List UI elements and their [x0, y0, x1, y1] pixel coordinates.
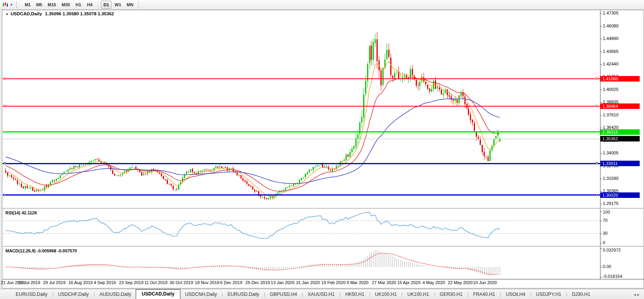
chart-symbol-label: USDCAD,Daily	[11, 11, 42, 16]
date-axis-label: 19 Feb 2020	[321, 280, 346, 285]
chart-tab-hk50-h1[interactable]: HK50,H1	[340, 290, 369, 299]
price-axis-border	[600, 10, 600, 279]
tabs-holder: EURUSD,Daily|USDCHF,Daily|AUDUSD,DailyUS…	[11, 289, 595, 299]
level-line-handle[interactable]	[4, 162, 6, 164]
rsi-axis-label: 0	[603, 240, 642, 245]
chart-tab-eurusd-daily[interactable]: EURUSD,Daily	[11, 290, 52, 299]
toolbar-grip[interactable]	[16, 2, 19, 8]
chart-menu-caret-icon[interactable]: ▼	[5, 13, 9, 16]
level-line-handle[interactable]	[4, 78, 6, 80]
rsi-axis-label: 70	[603, 218, 642, 223]
level-line-handle[interactable]	[4, 194, 6, 196]
timeframe-button-m1[interactable]: M1	[22, 1, 33, 9]
date-axis-label: 30 Oct 2019	[169, 280, 193, 285]
chart-tab-usdcnh-daily[interactable]: USDCNH,Daily	[180, 290, 222, 299]
level-line-handle[interactable]	[4, 131, 6, 133]
date-axis-label: 10 Jul 2019	[18, 280, 40, 285]
timeframe-button-h4[interactable]: H4	[84, 1, 95, 9]
chart-ohlc-values: 1.35096 1.35580 1.35078 1.35362	[45, 11, 114, 16]
chart-tab-dj30-h1[interactable]: DJ30,H1	[567, 290, 595, 299]
timeframe-button-m30[interactable]: M30	[59, 1, 72, 9]
date-axis-label: 11 Oct 2019	[144, 280, 167, 285]
level-line-handle[interactable]	[596, 78, 598, 80]
chart-tab-xauusd-h1[interactable]: XAUUSD,H1	[303, 290, 339, 299]
price-axis-label: 1.34005	[603, 150, 642, 155]
date-axis-border	[2, 279, 644, 279]
rsi-indicator-canvas[interactable]	[3, 209, 600, 246]
macd-indicator-label: MACD(12,26,9) -0.005968 -0.007570	[5, 248, 77, 253]
chart-tab-usdchf-daily[interactable]: USDCHF,Daily	[53, 290, 94, 299]
horizontal-level-line-1.38464[interactable]	[3, 106, 600, 107]
date-axis-label: 9 Mar 2020	[347, 280, 369, 285]
horizontal-level-line-1.36015[interactable]	[3, 131, 600, 132]
current-price-line	[3, 139, 600, 139]
date-axis-label: 22 May 2020	[448, 280, 473, 285]
price-axis-label: 1.29175	[603, 201, 642, 206]
chart-tab-eurusd-daily[interactable]: EURUSD,Daily	[223, 290, 264, 299]
price-axis-label: 1.42440	[603, 62, 642, 66]
chart-tab-ger30-h1[interactable]: GER30,H1	[435, 290, 467, 299]
date-axis-label: 16 Aug 2019	[68, 280, 93, 285]
chart-tab-uk100-h1[interactable]: UK100,H1	[403, 290, 434, 299]
chart-tab-usoil-h4[interactable]: USOil,H4	[501, 290, 530, 299]
date-axis-label: 15 Apr 2020	[397, 280, 420, 285]
date-axis-label: 23 Sep 2019	[119, 280, 143, 285]
toolbar-separator	[138, 1, 139, 8]
timeframe-button-h1[interactable]: H1	[73, 1, 84, 9]
chart-tab-uk100-h1[interactable]: UK100,H1	[370, 290, 401, 299]
price-chart-canvas[interactable]	[3, 10, 600, 208]
rsi-panel-separator[interactable]	[2, 208, 644, 209]
chart-tab-fra40-h1[interactable]: FRA40,H1	[468, 290, 500, 299]
price-level-badge: 1.38464	[600, 103, 640, 109]
chart-tab-audusd-daily[interactable]: AUDUSD,Daily	[95, 290, 136, 299]
timeframe-button-w1[interactable]: W1	[112, 1, 124, 9]
chart-tab-usdjpy-h1[interactable]: USDJPY,H1	[531, 290, 566, 299]
price-level-badge: 1.33011	[600, 161, 640, 166]
price-level-badge: 1.30020	[600, 192, 640, 198]
price-axis-label: 1.40025	[603, 87, 642, 92]
chart-type-icon[interactable]	[1, 1, 10, 8]
date-axis-label: 29 Jul 2019	[43, 280, 65, 285]
level-line-handle[interactable]	[596, 105, 598, 107]
date-axis-label: 18 Nov 2019	[195, 280, 219, 285]
tab-scroll-left-icon[interactable]: ◂	[634, 292, 637, 297]
chart-title: ▼USDCAD,Daily1.35096 1.35580 1.35078 1.3…	[5, 11, 114, 16]
level-line-handle[interactable]	[596, 162, 598, 164]
level-line-handle[interactable]	[596, 131, 598, 133]
horizontal-level-line-1.33011[interactable]	[3, 163, 600, 164]
date-axis-label: 10 Jun 2020	[473, 280, 497, 285]
rsi-indicator-label: RSI(14) 42.1126	[5, 210, 37, 215]
price-axis-label: 1.37610	[603, 112, 642, 117]
date-axis-label: 13 Jan 2020	[271, 280, 295, 285]
timeframe-button-d1[interactable]: D1	[101, 1, 111, 9]
chart-tab-usdcad-daily[interactable]: USDCAD,Daily	[136, 289, 180, 299]
price-axis-label: 1.43665	[603, 49, 642, 54]
price-axis-label: 1.44890	[603, 36, 642, 41]
horizontal-level-line-1.30020[interactable]	[3, 194, 600, 196]
timeframe-button-mn[interactable]: MN	[124, 1, 136, 9]
tab-scroll-right-icon[interactable]: ▸	[637, 292, 641, 297]
date-axis-label: 6 Dec 2019	[220, 280, 242, 285]
top-toolbar: ▼ M1M5M15M30H1H4D1W1MN	[0, 0, 644, 10]
tab-scroll-arrows[interactable]: ◂▸	[634, 292, 641, 299]
date-axis-label: 27 Mar 2020	[372, 280, 396, 285]
chart-tab-gbpusd-h4[interactable]: GBPUSD,H4	[265, 290, 302, 299]
price-axis-label: 1.47305	[603, 11, 642, 15]
date-axis-label: 4 Sep 2019	[94, 280, 116, 285]
timeframe-button-m15[interactable]: M15	[45, 1, 58, 9]
price-axis-label: 1.31590	[603, 176, 642, 181]
candlestick-glyph	[2, 2, 9, 7]
price-level-badge: 1.36015	[600, 129, 640, 135]
horizontal-level-line-1.41060[interactable]	[3, 78, 600, 79]
timeframe-button-m5[interactable]: M5	[34, 1, 44, 9]
rsi-axis-label: 100	[603, 210, 642, 214]
chart-type-caret-icon[interactable]: ▼	[10, 3, 13, 7]
date-axis-label: 25 Dec 2019	[246, 280, 270, 285]
macd-indicator-canvas[interactable]	[3, 247, 600, 279]
level-line-handle[interactable]	[596, 194, 598, 196]
level-line-handle[interactable]	[4, 105, 6, 107]
macd-panel-separator[interactable]	[2, 246, 644, 247]
price-level-badge: 1.41060	[600, 76, 640, 82]
timeframe-button-group: M1M5M15M30H1H4D1W1MN	[22, 1, 141, 9]
date-axis-label: 31 Jan 2020	[296, 280, 320, 285]
